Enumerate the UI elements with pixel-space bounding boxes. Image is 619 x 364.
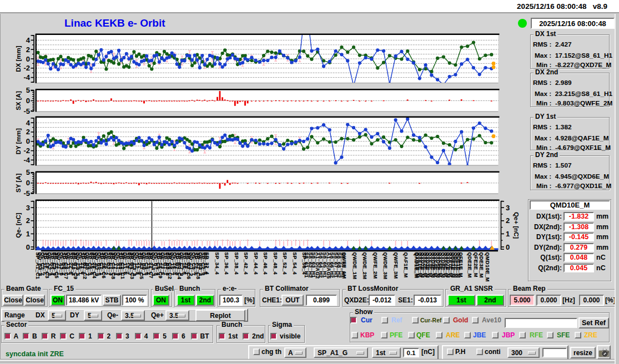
svg-text:QWFE_3M: QWFE_3M [393,252,399,279]
svg-text:Qe- [nC]: Qe- [nC] [15,213,22,238]
svg-text:2: 2 [26,216,30,225]
svg-text:-2: -2 [23,64,30,72]
svg-text:SP_34_4: SP_34_4 [214,252,220,275]
svg-text:2: 2 [26,46,30,54]
svg-text:-2: -2 [23,146,30,155]
svg-text:1: 1 [506,230,510,238]
svg-text:0: 0 [26,55,30,63]
svg-text:SP_38_4: SP_38_4 [234,252,239,275]
svg-text:0: 0 [26,137,30,145]
svg-text:0: 0 [26,97,30,105]
svg-text:QWDE_1M: QWDE_1M [352,252,358,280]
svg-text:SP_52_4: SP_52_4 [282,252,288,275]
svg-text:-5: -5 [23,189,30,198]
svg-text:QWFE_1M: QWFE_1M [341,252,347,279]
svg-text:-4: -4 [23,73,30,82]
svg-text:SP_48_4: SP_48_4 [273,252,278,275]
svg-text:3: 3 [506,204,510,212]
svg-text:0: 0 [26,179,30,187]
svg-text:QFE2E_M: QFE2E_M [473,252,479,278]
svg-text:SP_44_4: SP_44_4 [253,252,259,275]
svg-text:QWDE_3M: QWDE_3M [383,252,388,280]
svg-text:QMD10E_M: QMD10E_M [485,252,490,282]
svg-text:1: 1 [26,230,30,238]
svg-text:DX [mm]: DX [mm] [15,46,22,72]
svg-text:5: 5 [26,86,30,94]
svg-text:QDE2E_M: QDE2E_M [467,252,472,279]
svg-text:SP_54_4: SP_54_4 [292,252,298,275]
svg-text:4: 4 [26,119,31,127]
svg-text:Qe+ [nC]: Qe+ [nC] [513,212,519,239]
svg-text:DY [mm]: DY [mm] [15,128,22,154]
svg-text:SY [A]: SY [A] [15,173,22,192]
svg-text:QAF1E_M: QAF1E_M [403,252,409,278]
svg-text:QWDE_2M: QWDE_2M [362,252,368,280]
svg-text:0: 0 [506,243,510,251]
svg-text:QDE3E_M: QDE3E_M [479,252,484,279]
svg-text:-4: -4 [23,156,30,164]
svg-text:QWFE_2M: QWFE_2M [373,252,378,279]
svg-text:SP_46_4: SP_46_4 [263,252,268,275]
svg-text:SP_36_4: SP_36_4 [224,252,229,275]
svg-text:SX [A]: SX [A] [15,91,22,110]
svg-text:5: 5 [26,168,30,176]
svg-text:SP_42_4: SP_42_4 [243,252,249,275]
svg-text:2: 2 [26,128,30,136]
svg-text:-5: -5 [23,107,30,115]
svg-text:2: 2 [506,216,510,225]
svg-text:SP_32_4: SP_32_4 [204,252,210,275]
svg-text:QFE1E_M: QFE1E_M [458,252,464,278]
svg-text:4: 4 [26,36,31,44]
svg-text:0: 0 [26,243,30,251]
svg-text:3: 3 [26,204,30,212]
